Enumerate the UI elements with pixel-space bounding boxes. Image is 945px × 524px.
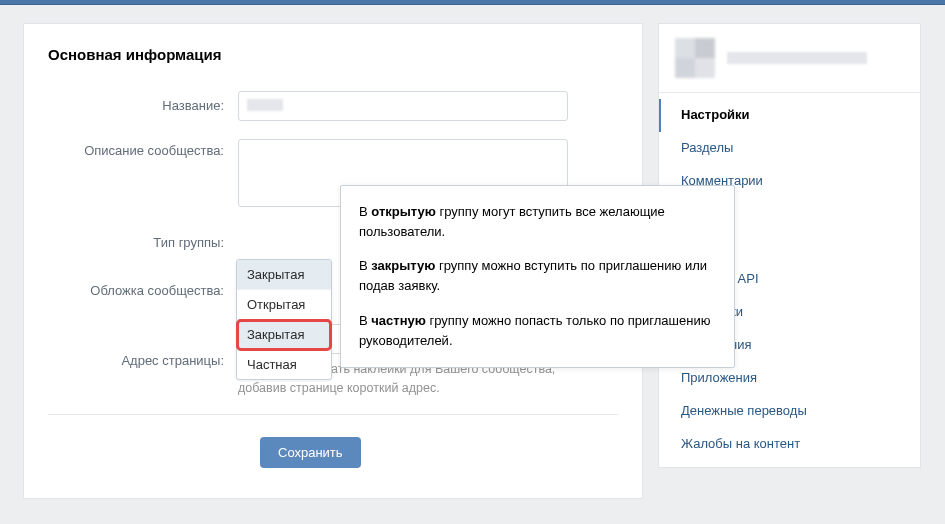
tooltip-p3-bold: частную xyxy=(371,313,426,328)
group-type-dropdown[interactable]: Закрытая Открытая Закрытая Частная xyxy=(236,259,332,380)
sidebar-header xyxy=(659,24,920,93)
dropdown-option-private[interactable]: Частная xyxy=(237,350,331,379)
dropdown-option-selected[interactable]: Закрытая xyxy=(237,260,331,290)
sidebar-item-sections[interactable]: Разделы xyxy=(659,132,920,165)
label-address: Адрес страницы: xyxy=(48,349,238,373)
sidebar-item-reports[interactable]: Жалобы на контент xyxy=(659,428,920,461)
name-input[interactable] xyxy=(238,91,568,121)
sidebar-item-money[interactable]: Денежные переводы xyxy=(659,395,920,428)
save-button[interactable]: Сохранить xyxy=(260,437,361,468)
row-name: Название: xyxy=(48,91,618,121)
tooltip-p2-pre: В xyxy=(359,258,371,273)
tooltip-p1-pre: В xyxy=(359,204,371,219)
label-description: Описание сообщества: xyxy=(48,139,238,163)
divider xyxy=(48,414,618,415)
label-group-type: Тип группы: xyxy=(48,231,238,255)
tooltip-p2-bold: закрытую xyxy=(371,258,435,273)
community-avatar xyxy=(675,38,715,78)
sidebar-item-settings[interactable]: Настройки xyxy=(659,99,920,132)
tooltip-p1-bold: открытую xyxy=(371,204,436,219)
page-title: Основная информация xyxy=(48,46,618,63)
tooltip-p3-pre: В xyxy=(359,313,371,328)
dropdown-option-open[interactable]: Открытая xyxy=(237,290,331,320)
label-cover: Обложка сообщества: xyxy=(48,279,238,303)
label-name: Название: xyxy=(48,94,238,118)
page-root: Основная информация Название: Описание с… xyxy=(0,5,945,524)
community-name-placeholder xyxy=(727,52,867,64)
group-type-tooltip: В открытую группу могут вступить все жел… xyxy=(340,185,735,368)
dropdown-option-closed[interactable]: Закрытая xyxy=(237,320,331,350)
